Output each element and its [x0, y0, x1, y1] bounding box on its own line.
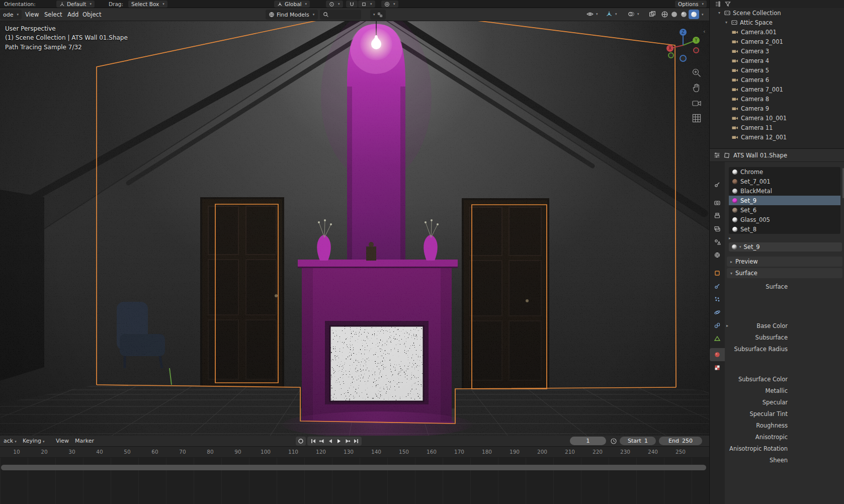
snap-settings-dropdown[interactable]: ▾	[358, 1, 375, 8]
outliner-camera-row[interactable]: Camera 4	[710, 56, 844, 65]
tab-tool[interactable]	[710, 178, 725, 191]
jump-to-start-button[interactable]	[309, 438, 317, 445]
menu-select[interactable]: Select	[40, 8, 66, 21]
camera-view-icon[interactable]	[691, 98, 702, 109]
drag-dropdown[interactable]: Select Box ▾	[128, 1, 167, 8]
shading-wireframe-button[interactable]	[661, 11, 668, 18]
tab-material[interactable]	[710, 348, 725, 361]
timeline-scrollbar[interactable]	[1, 465, 706, 470]
zoom-tool-icon[interactable]	[691, 67, 702, 78]
material-slot-row[interactable]: Set_8	[729, 224, 840, 234]
material-slot-row[interactable]: BlackMetal	[729, 186, 840, 196]
tab-scene[interactable]	[710, 235, 725, 248]
tab-particles[interactable]	[710, 293, 725, 306]
pivot-point-dropdown[interactable]: ▾	[326, 1, 343, 8]
outliner-camera-row[interactable]: Camera 8	[710, 94, 844, 104]
autokey-record-button[interactable]	[296, 437, 306, 446]
3d-viewport[interactable]: User Perspective (1) Scene Collection | …	[0, 21, 709, 436]
menu-playback[interactable]: ack▾	[0, 436, 20, 447]
sidebar-toggle-arrow[interactable]: ‹	[703, 28, 705, 35]
snap-toggle[interactable]	[346, 1, 358, 8]
ruler-tick: 210	[565, 449, 575, 455]
expand-open-icon[interactable]: ▾	[717, 11, 722, 15]
outliner-editor-icon[interactable]	[715, 1, 721, 7]
slot-specials-arrow[interactable]: ▸	[729, 236, 731, 240]
outliner-camera-row[interactable]: Camera 3	[710, 46, 844, 56]
outliner-scene-collection-row[interactable]: ▾ Scene Collection	[710, 8, 844, 18]
tab-object[interactable]	[710, 267, 725, 280]
shading-dropdown[interactable]: ▾	[702, 13, 704, 17]
tab-render[interactable]	[710, 196, 725, 209]
overlays-dropdown[interactable]: ▾	[628, 11, 639, 18]
outliner-camera-row[interactable]: Camera 5	[710, 65, 844, 75]
previous-keyframe-button[interactable]	[317, 438, 326, 445]
outliner-camera-row[interactable]: Camera 12_001	[710, 132, 844, 142]
timeline-ruler[interactable]: 10 20 30 40 50 60 70 80 90 100 110 120 1…	[0, 447, 709, 458]
material-browse-icon[interactable]	[732, 244, 737, 249]
clock-icon[interactable]	[610, 438, 617, 445]
outliner-camera-row[interactable]: Camera 2_001	[710, 37, 844, 46]
transform-orientation-dropdown[interactable]: Global ▾	[274, 1, 310, 8]
properties-editor-icon[interactable]	[714, 152, 720, 158]
xray-toggle[interactable]	[649, 11, 656, 18]
timeline-track-area[interactable]	[0, 458, 709, 504]
pan-hand-icon[interactable]	[691, 82, 702, 94]
material-slot-row[interactable]: Set_9	[729, 196, 840, 205]
outliner-camera-row[interactable]: Camera 11	[710, 123, 844, 132]
current-frame-field[interactable]: 1	[570, 437, 606, 445]
material-slot-row[interactable]: Chrome	[729, 167, 840, 177]
menu-view-timeline[interactable]: View	[52, 436, 72, 447]
material-slot-row[interactable]: Glass_005	[729, 215, 840, 224]
tab-texture[interactable]	[710, 361, 725, 374]
start-frame-field[interactable]: Start 1	[620, 437, 656, 445]
jump-to-end-button[interactable]	[352, 438, 360, 445]
asset-options-dropdown[interactable]: ▾	[370, 10, 386, 20]
material-datablock-field[interactable]: ▾ Set_9	[729, 242, 842, 251]
next-keyframe-button[interactable]	[343, 438, 352, 445]
tab-modifiers[interactable]	[710, 280, 725, 293]
outliner-camera-row[interactable]: Camera 9	[710, 104, 844, 113]
tab-world[interactable]	[710, 248, 725, 262]
tab-view-layer[interactable]	[710, 222, 725, 235]
outliner-camera-row[interactable]: Camera 6	[710, 75, 844, 85]
material-slot-row[interactable]: Set_7_001	[729, 177, 840, 186]
menu-keying[interactable]: Keying▾	[19, 436, 48, 447]
tab-constraints[interactable]	[710, 319, 725, 332]
play-button[interactable]	[334, 438, 343, 445]
shading-material-button[interactable]	[680, 11, 688, 18]
visibility-dropdown[interactable]: ▾	[586, 11, 598, 18]
ruler-tick: 160	[427, 449, 437, 455]
model-search-box[interactable]	[320, 10, 361, 20]
options-dropdown[interactable]: Options ▾	[675, 1, 707, 8]
menu-view[interactable]: View	[21, 8, 43, 21]
expand-open-icon[interactable]: ▾	[724, 20, 729, 25]
surface-panel-header[interactable]: ▾ Surface	[727, 268, 842, 278]
shading-solid-button[interactable]	[670, 11, 678, 18]
outliner-camera-row[interactable]: Camera.001	[710, 27, 844, 37]
end-frame-field[interactable]: End 250	[659, 437, 702, 445]
menu-object[interactable]: Object	[78, 8, 105, 21]
navigation-gizmo[interactable]: Z Y X	[665, 26, 701, 62]
proportional-editing-dropdown[interactable]: ▾	[381, 1, 398, 8]
orthographic-grid-icon[interactable]	[691, 113, 702, 124]
gizmos-dropdown[interactable]: ▾	[606, 11, 617, 18]
chevron-down-icon: ▾	[739, 245, 741, 249]
preview-panel-header[interactable]: ▸ Preview	[727, 257, 842, 267]
tab-output[interactable]	[710, 209, 725, 222]
outliner-collection-row[interactable]: ▾ Attic Space	[710, 18, 844, 27]
play-reverse-button[interactable]	[326, 438, 334, 445]
orientation-dropdown[interactable]: Default ▾	[56, 1, 95, 8]
expand-closed-icon[interactable]: ▸	[726, 323, 728, 328]
field-label: Specular Tint	[725, 410, 788, 417]
filter-icon[interactable]	[725, 1, 731, 7]
material-slot-row[interactable]: Set_6	[729, 205, 840, 215]
outliner-camera-row[interactable]: Camera 7_001	[710, 85, 844, 94]
menu-marker[interactable]: Marker	[71, 436, 98, 447]
tab-object-data[interactable]	[710, 332, 725, 345]
shading-rendered-button[interactable]	[689, 10, 699, 19]
search-input[interactable]	[331, 12, 356, 18]
tab-physics[interactable]	[710, 306, 725, 319]
find-models-dropdown[interactable]: Find Models ▾	[266, 10, 318, 20]
outliner-camera-row[interactable]: Camera 10_001	[710, 113, 844, 123]
mode-dropdown[interactable]: ode ▾	[0, 10, 22, 20]
